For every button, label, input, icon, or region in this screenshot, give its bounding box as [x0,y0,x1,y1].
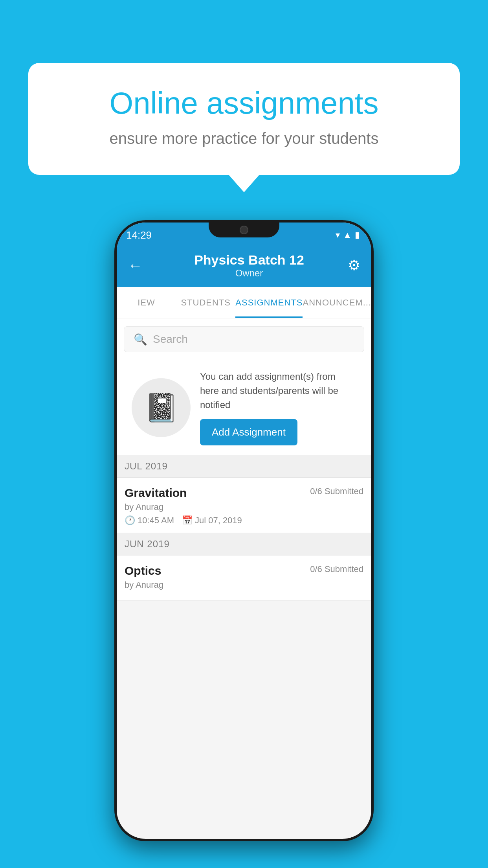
speech-bubble-title: Online assignments [56,86,432,120]
speech-bubble-subtitle: ensure more practice for your students [56,130,432,147]
search-placeholder: Search [153,333,188,346]
wifi-icon: ▾ [336,230,340,240]
assignment-item-optics[interactable]: Optics 0/6 Submitted by Anurag [117,555,371,601]
tab-iew[interactable]: IEW [117,287,176,318]
phone-notch [209,220,279,237]
settings-icon[interactable]: ⚙ [348,257,360,274]
month-header-jul: JUL 2019 [117,455,371,478]
speech-bubble-container: Online assignments ensure more practice … [28,63,460,175]
app-bar-title: Physics Batch 12 [150,252,348,268]
assignment-item-gravitation[interactable]: Gravitation 0/6 Submitted by Anurag 🕐 10… [117,478,371,533]
assignment-header-optics: Optics 0/6 Submitted [125,564,363,577]
status-icons: ▾ ▲ ▮ [336,230,360,240]
assignment-meta: 🕐 10:45 AM 📅 Jul 07, 2019 [125,515,363,526]
assignment-title-optics: Optics [125,564,161,577]
search-icon: 🔍 [134,333,147,346]
assignment-date: 📅 Jul 07, 2019 [182,515,242,526]
promo-text: You can add assignment(s) from here and … [200,370,356,412]
assignment-by-optics: by Anurag [125,580,363,590]
app-bar-subtitle: Owner [150,268,348,279]
assignment-header: Gravitation 0/6 Submitted [125,486,363,500]
phone-screen: 14:29 ▾ ▲ ▮ ← Physics Batch 12 Owner ⚙ [117,223,371,839]
phone-wrapper: 14:29 ▾ ▲ ▮ ← Physics Batch 12 Owner ⚙ [114,220,374,841]
assignment-submitted-optics: 0/6 Submitted [310,564,363,574]
add-assignment-button[interactable]: Add Assignment [200,419,297,445]
calendar-icon: 📅 [182,515,193,526]
tab-announcements[interactable]: ANNOUNCEM... [303,287,371,318]
assignment-submitted: 0/6 Submitted [310,486,363,497]
tab-assignments[interactable]: ASSIGNMENTS [235,287,303,318]
back-button[interactable]: ← [128,257,143,274]
month-header-jun: JUN 2019 [117,533,371,555]
tab-students[interactable]: STUDENTS [176,287,235,318]
tabs-bar: IEW STUDENTS ASSIGNMENTS ANNOUNCEM... [117,287,371,318]
content-area: 🔍 Search 📓 You can add assignment(s) fro… [117,318,371,601]
app-bar-title-group: Physics Batch 12 Owner [150,252,348,279]
notebook-icon: 📓 [144,392,178,424]
search-bar[interactable]: 🔍 Search [124,326,364,352]
clock-icon: 🕐 [125,515,135,526]
assignment-time: 🕐 10:45 AM [125,515,174,526]
speech-bubble: Online assignments ensure more practice … [28,63,460,175]
assignment-title: Gravitation [125,486,187,500]
phone-camera [240,226,248,234]
app-bar: ← Physics Batch 12 Owner ⚙ [117,244,371,287]
assignment-by: by Anurag [125,502,363,512]
promo-icon-circle: 📓 [132,378,191,437]
promo-content: You can add assignment(s) from here and … [200,370,356,445]
promo-box: 📓 You can add assignment(s) from here an… [124,360,364,455]
battery-icon: ▮ [355,230,360,240]
phone-outer: 14:29 ▾ ▲ ▮ ← Physics Batch 12 Owner ⚙ [114,220,374,841]
signal-icon: ▲ [343,230,352,240]
status-time: 14:29 [126,229,152,241]
